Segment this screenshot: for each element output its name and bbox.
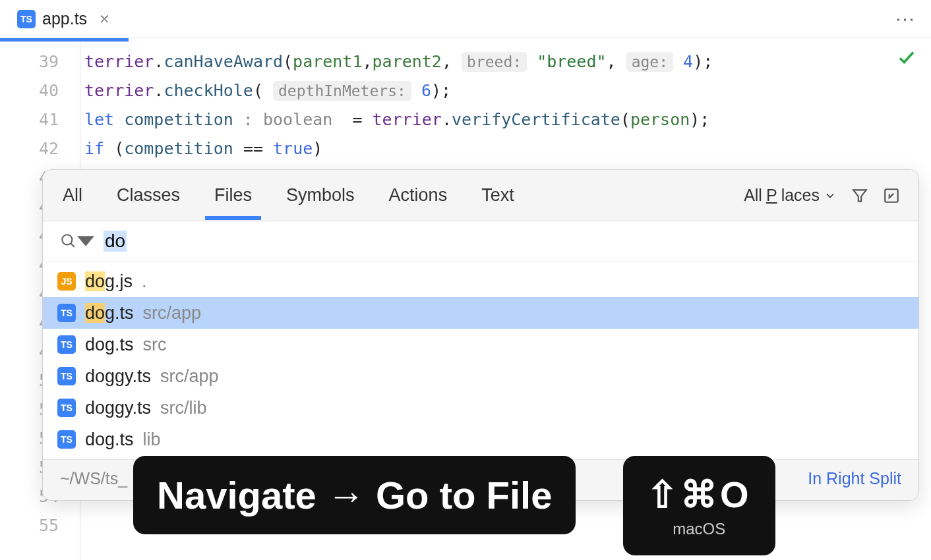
popup-tab-symbols[interactable]: Symbols <box>285 172 356 219</box>
chevron-down-icon <box>77 233 94 250</box>
result-row[interactable]: TSdoggy.tssrc/lib <box>43 392 918 424</box>
popup-tabs: AllClassesFilesSymbolsActionsText <box>61 172 516 219</box>
result-filename: dog.ts <box>85 335 134 355</box>
open-in-tool-window-icon[interactable] <box>883 187 900 204</box>
ts-icon: TS <box>57 430 76 449</box>
result-filename: dog.js <box>85 271 133 292</box>
menu-path-tooltip: Navigate → Go to File <box>133 456 576 534</box>
checkmark-icon[interactable] <box>897 47 916 72</box>
result-row[interactable]: JSdog.js. <box>43 266 918 297</box>
ts-icon: TS <box>57 367 76 385</box>
line-number: 55 <box>0 511 80 540</box>
line-number: 42 <box>0 134 80 163</box>
tab-bar: TS app.ts ✕ ⋮ <box>0 0 931 38</box>
popup-tab-files[interactable]: Files <box>213 172 253 219</box>
result-row[interactable]: TSdoggy.tssrc/app <box>43 360 918 392</box>
result-row[interactable]: TSdog.tssrc/app <box>43 297 918 329</box>
line-number: 41 <box>0 105 80 134</box>
result-path: src/lib <box>160 398 207 418</box>
line-number: 40 <box>0 76 80 105</box>
shortcut-tooltip: ⇧⌘O macOS <box>623 456 775 555</box>
scope-dropdown[interactable]: All Places <box>744 186 837 205</box>
more-icon[interactable]: ⋮ <box>888 11 923 28</box>
tooltip-text: Navigate → Go to File <box>157 473 552 517</box>
results-list: JSdog.js.TSdog.tssrc/appTSdog.tssrcTSdog… <box>43 262 918 459</box>
js-icon: JS <box>57 272 76 291</box>
popup-header: AllClassesFilesSymbolsActionsText All Pl… <box>43 170 918 221</box>
svg-marker-5 <box>77 236 94 246</box>
ts-icon: TS <box>57 399 76 417</box>
search-icon[interactable] <box>60 233 94 250</box>
close-icon[interactable]: ✕ <box>99 11 110 27</box>
result-filename: dog.ts <box>85 430 134 450</box>
result-filename: doggy.ts <box>85 398 151 418</box>
line-number: 39 <box>0 47 80 76</box>
search-input-row: do <box>43 221 918 262</box>
popup-tab-classes[interactable]: Classes <box>115 172 181 219</box>
result-path: src <box>143 335 167 355</box>
code-line-42: if (competition == true) <box>80 134 931 163</box>
svg-point-3 <box>62 235 72 244</box>
ts-icon: TS <box>57 304 76 322</box>
code-line-41: let competition : boolean = terrier.veri… <box>80 105 931 134</box>
result-path: lib <box>143 430 161 450</box>
result-filename: doggy.ts <box>85 366 151 387</box>
svg-marker-0 <box>853 190 866 201</box>
tab-filename: app.ts <box>42 9 87 28</box>
result-filename: dog.ts <box>85 303 134 323</box>
shortcut-glyphs: ⇧⌘O <box>647 473 752 516</box>
code-line-40: terrier.checkHole( depthInMeters: 6); <box>80 76 931 105</box>
open-in-right-split-link[interactable]: In Right Split <box>808 469 901 488</box>
search-input[interactable]: do <box>104 231 127 252</box>
file-tab[interactable]: TS app.ts ✕ <box>8 4 119 34</box>
ts-icon: TS <box>17 10 36 28</box>
result-path: . <box>142 271 147 292</box>
footer-path: ~/WS/ts_ <box>60 469 127 488</box>
svg-line-4 <box>71 243 74 246</box>
result-row[interactable]: TSdog.tssrc <box>43 329 918 360</box>
result-path: src/app <box>160 366 219 387</box>
platform-label: macOS <box>647 520 752 538</box>
popup-tab-text[interactable]: Text <box>480 172 516 219</box>
filter-icon[interactable] <box>851 187 868 204</box>
result-path: src/app <box>143 303 202 323</box>
code-line-39: terrier.canHaveAward(parent1,parent2, br… <box>80 47 931 76</box>
search-everywhere-popup: AllClassesFilesSymbolsActionsText All Pl… <box>42 169 919 501</box>
popup-tab-actions[interactable]: Actions <box>388 172 449 219</box>
ts-icon: TS <box>57 335 76 354</box>
popup-tab-all[interactable]: All <box>61 172 84 219</box>
chevron-down-icon <box>824 189 837 202</box>
result-row[interactable]: TSdog.tslib <box>43 424 918 455</box>
